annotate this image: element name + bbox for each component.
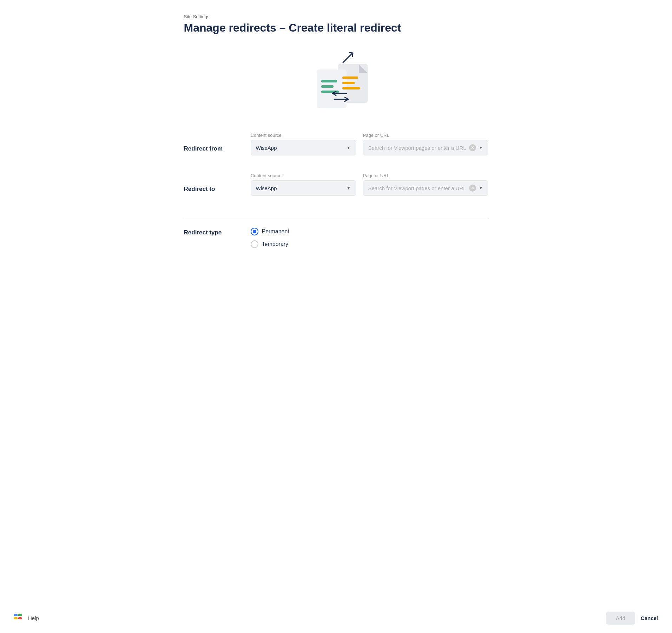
- svg-line-0: [343, 54, 352, 62]
- redirect-to-source-chevron-icon: ▼: [347, 186, 351, 191]
- help-logo-icon: [14, 614, 25, 622]
- redirect-to-url-icons: ✕ ▼: [469, 185, 483, 192]
- add-button[interactable]: Add: [606, 612, 635, 625]
- radio-permanent-inner: [253, 230, 256, 233]
- svg-rect-14: [14, 617, 18, 619]
- redirect-to-fields: Content source WiseApp ▼ Page or URL Sea…: [251, 173, 488, 196]
- cancel-button[interactable]: Cancel: [641, 615, 658, 621]
- redirect-to-row: Redirect to Content source WiseApp ▼ Pag…: [184, 173, 488, 196]
- redirect-to-label: Redirect to: [184, 173, 240, 193]
- redirect-from-source-select[interactable]: WiseApp ▼: [251, 140, 356, 155]
- svg-rect-9: [342, 82, 355, 84]
- redirect-from-source-value: WiseApp: [256, 145, 277, 151]
- redirect-to-source-value: WiseApp: [256, 185, 277, 191]
- svg-rect-16: [18, 617, 22, 619]
- redirect-to-url-group: Page or URL Search for Viewport pages or…: [363, 173, 488, 196]
- svg-rect-5: [321, 80, 337, 82]
- svg-rect-8: [342, 76, 358, 79]
- dropdown-chevron-icon-2: ▼: [479, 186, 483, 191]
- help-label: Help: [28, 615, 39, 621]
- footer-buttons: Add Cancel: [606, 612, 658, 625]
- radio-permanent[interactable]: Permanent: [251, 228, 289, 235]
- clear-icon[interactable]: ✕: [469, 144, 476, 151]
- help-link[interactable]: Help: [14, 614, 39, 622]
- radio-temporary-label: Temporary: [262, 241, 289, 247]
- svg-rect-4: [317, 69, 347, 108]
- redirect-from-url-input[interactable]: Search for Viewport pages or enter a URL…: [363, 140, 488, 155]
- redirect-type-label: Redirect type: [184, 228, 240, 236]
- redirect-to-source-select[interactable]: WiseApp ▼: [251, 180, 356, 196]
- redirect-from-label: Redirect from: [184, 133, 240, 152]
- radio-permanent-outer: [251, 228, 258, 235]
- redirect-type-section: Redirect type Permanent Temporary: [184, 228, 488, 248]
- redirect-type-radio-group: Permanent Temporary: [251, 228, 289, 248]
- redirect-to-source-group: Content source WiseApp ▼: [251, 173, 356, 196]
- page-title: Manage redirects – Create literal redire…: [184, 21, 488, 34]
- radio-temporary-outer: [251, 240, 258, 248]
- svg-rect-13: [14, 614, 18, 616]
- redirect-from-row: Redirect from Content source WiseApp ▼ P…: [184, 133, 488, 155]
- redirect-to-url-label: Page or URL: [363, 173, 488, 178]
- redirect-to-url-placeholder: Search for Viewport pages or enter a URL: [368, 185, 466, 191]
- section-divider: [184, 217, 488, 217]
- redirect-illustration: [297, 48, 375, 115]
- redirect-from-url-label: Page or URL: [363, 133, 488, 138]
- redirect-to-source-label: Content source: [251, 173, 356, 178]
- svg-rect-6: [321, 85, 334, 88]
- radio-permanent-label: Permanent: [262, 228, 289, 235]
- redirect-to-url-input[interactable]: Search for Viewport pages or enter a URL…: [363, 180, 488, 196]
- redirect-from-source-chevron-icon: ▼: [347, 145, 351, 150]
- dropdown-chevron-icon: ▼: [479, 145, 483, 150]
- redirect-from-source-group: Content source WiseApp ▼: [251, 133, 356, 155]
- clear-icon-2[interactable]: ✕: [469, 185, 476, 192]
- radio-temporary[interactable]: Temporary: [251, 240, 289, 248]
- breadcrumb: Site Settings: [184, 14, 488, 19]
- illustration-container: [184, 48, 488, 115]
- redirect-to-section: Redirect to Content source WiseApp ▼ Pag…: [184, 173, 488, 199]
- redirect-from-url-placeholder: Search for Viewport pages or enter a URL: [368, 145, 466, 151]
- redirect-from-url-icons: ✕ ▼: [469, 144, 483, 151]
- redirect-from-url-group: Page or URL Search for Viewport pages or…: [363, 133, 488, 155]
- footer: Help Add Cancel: [0, 603, 672, 633]
- svg-rect-15: [18, 614, 22, 616]
- svg-rect-10: [342, 87, 360, 89]
- redirect-from-fields: Content source WiseApp ▼ Page or URL Sea…: [251, 133, 488, 155]
- redirect-from-section: Redirect from Content source WiseApp ▼ P…: [184, 133, 488, 159]
- redirect-from-source-label: Content source: [251, 133, 356, 138]
